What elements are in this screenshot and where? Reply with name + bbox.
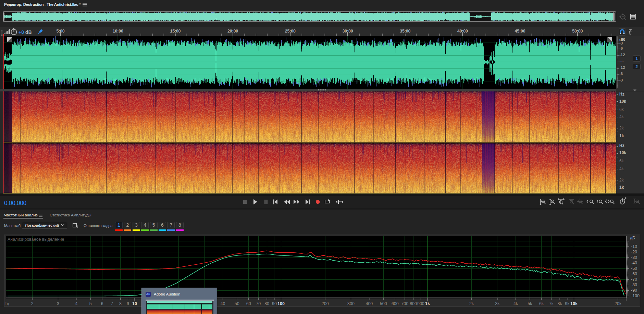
svg-text:10: 10 (132, 301, 137, 306)
svg-text:-90: -90 (631, 288, 637, 293)
svg-text:90: 90 (272, 301, 277, 306)
svg-text:-60: -60 (631, 272, 637, 276)
svg-text:200: 200 (322, 301, 329, 306)
svg-text:Анализированое выделение: Анализированое выделение (8, 237, 64, 242)
svg-text:80: 80 (264, 301, 269, 306)
svg-text:дБ: дБ (630, 236, 635, 240)
svg-text:-30: -30 (631, 255, 637, 260)
svg-text:8: 8 (119, 301, 122, 306)
svg-text:7: 7 (111, 301, 113, 306)
svg-text:2k: 2k (469, 301, 474, 306)
svg-text:500: 500 (380, 301, 387, 306)
svg-text:5k: 5k (528, 301, 532, 306)
svg-text:3k: 3k (495, 301, 500, 306)
svg-text:-80: -80 (631, 282, 637, 287)
svg-text:8k: 8k (557, 301, 562, 306)
svg-text:-10: -10 (631, 244, 637, 249)
svg-text:600: 600 (392, 301, 399, 306)
svg-text:9: 9 (127, 301, 129, 306)
svg-text:6: 6 (101, 301, 103, 306)
svg-text:4k: 4k (513, 301, 518, 306)
svg-text:20k: 20k (615, 301, 622, 306)
svg-text:700: 700 (401, 301, 408, 306)
svg-text:40: 40 (220, 301, 225, 306)
svg-text:50: 50 (235, 301, 239, 306)
svg-text:-20: -20 (631, 250, 637, 254)
svg-text:3: 3 (57, 301, 59, 306)
svg-text:-40: -40 (631, 261, 637, 265)
svg-text:10k: 10k (570, 301, 578, 306)
svg-text:2: 2 (31, 301, 34, 306)
svg-text:900: 900 (417, 301, 424, 306)
svg-text:5: 5 (89, 301, 92, 306)
svg-text:400: 400 (366, 301, 373, 306)
svg-text:7k: 7k (549, 301, 554, 306)
svg-text:-100: -100 (631, 293, 640, 298)
svg-text:4: 4 (75, 301, 77, 306)
svg-text:100: 100 (277, 301, 285, 306)
svg-text:70: 70 (256, 301, 261, 306)
svg-text:-50: -50 (631, 266, 637, 271)
svg-text:Гц: Гц (4, 301, 9, 306)
svg-text:60: 60 (246, 301, 251, 306)
svg-text:1k: 1k (425, 301, 430, 306)
svg-text:6k: 6k (539, 301, 544, 306)
svg-text:-70: -70 (631, 277, 637, 282)
svg-text:300: 300 (347, 301, 355, 306)
svg-text:9k: 9k (565, 301, 570, 306)
svg-text:800: 800 (410, 301, 417, 306)
